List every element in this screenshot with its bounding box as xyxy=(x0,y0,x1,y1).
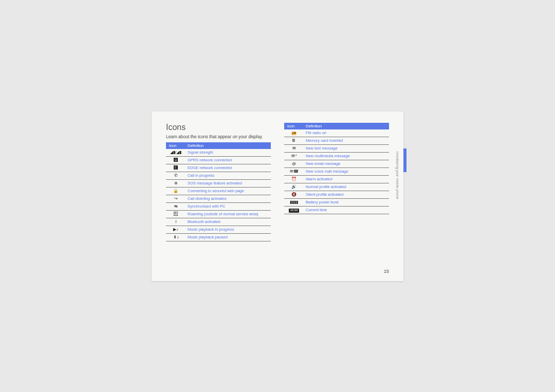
table-row: ᚼBluetooth activated xyxy=(166,218,271,226)
th-icon: Icon xyxy=(284,123,303,129)
table-row: ✉☎New voice mail message xyxy=(284,167,389,175)
icon-cell: 10:00 xyxy=(284,206,303,214)
section-subhead: Learn about the icons that appear on you… xyxy=(166,134,271,139)
definition-cell: Music playback in progress xyxy=(184,226,271,233)
definition-cell: Call diverting activated xyxy=(184,195,271,202)
icon-cell: ▶♪ xyxy=(166,226,184,233)
normal-prof-icon: 🔊 xyxy=(291,185,297,189)
definition-cell: New text message xyxy=(303,144,389,152)
definition-cell: Call in progress xyxy=(184,172,271,179)
definition-cell: Connecting to secured web page xyxy=(184,187,271,195)
sync-icon: ⇆ xyxy=(174,204,178,209)
signal-icon: ◢▮/◢▮ xyxy=(170,151,181,155)
th-definition: Definition xyxy=(303,123,389,129)
icon-cell: 🔇 xyxy=(284,191,303,198)
music-play-icon: ▶♪ xyxy=(173,228,178,232)
table-row: 🔒Connecting to secured web page xyxy=(166,187,271,195)
page-number: 15 xyxy=(384,269,389,274)
radio-icon: 📻 xyxy=(291,131,297,135)
side-label: introducing your mobile phone xyxy=(396,152,399,199)
icon-cell: ⏰ xyxy=(284,175,303,183)
icon-cell: 📻 xyxy=(284,129,303,137)
icon-cell: ⊕ xyxy=(166,179,184,187)
definition-cell: Bluetooth activated xyxy=(184,218,271,226)
bluetooth-icon: ᚼ xyxy=(175,220,177,224)
section-heading: Icons xyxy=(166,123,271,132)
right-column: Icon Definition 📻FM radio on🗎Memory card… xyxy=(284,123,389,272)
icon-cell: 🗎 xyxy=(284,137,303,144)
icon-cell: ◢▮/◢▮ xyxy=(166,149,184,157)
table-row: ⏸♪Music playback paused xyxy=(166,233,271,241)
table-row: ⏰Alarm activated xyxy=(284,175,389,183)
icon-cell: @ xyxy=(284,160,303,167)
left-icon-table: Icon Definition ◢▮/◢▮Signal strength🅶GPR… xyxy=(166,142,271,241)
icon-cell: 🅴 xyxy=(166,164,184,172)
sos-icon: ⊕ xyxy=(174,181,178,185)
gprs-icon: 🅶 xyxy=(174,158,178,162)
definition-cell: Silent profile activated xyxy=(303,191,389,198)
call-icon: ✆ xyxy=(174,174,178,178)
table-row: ✉New text message xyxy=(284,144,389,152)
table-row: ⊕SOS message feature activated xyxy=(166,179,271,187)
definition-cell: New voice mail message xyxy=(303,167,389,175)
icon-cell: ᚼ xyxy=(166,218,184,226)
battery-icon: ▮▮▮▮ xyxy=(290,200,298,204)
icon-cell: ↪ xyxy=(166,195,184,202)
definition-cell: Synchronised with PC xyxy=(184,202,271,210)
voicemail-icon: ✉☎ xyxy=(290,170,299,174)
time-icon: 10:00 xyxy=(289,209,299,213)
memory-icon: 🗎 xyxy=(292,139,296,143)
mms-icon: ✉⁺ xyxy=(291,154,297,158)
definition-cell: EDGE network connected xyxy=(184,164,271,172)
roaming-icon: 🅁 xyxy=(174,212,178,216)
table-row: ▶♪Music playback in progress xyxy=(166,226,271,233)
table-row: 📻FM radio on xyxy=(284,129,389,137)
manual-page: Icons Learn about the icons that appear … xyxy=(152,111,403,281)
definition-cell: SOS message feature activated xyxy=(184,179,271,187)
table-row: ▮▮▮▮Battery power level xyxy=(284,198,389,206)
definition-cell: New multimedia message xyxy=(303,152,389,160)
email-icon: @ xyxy=(292,162,296,166)
left-column: Icons Learn about the icons that appear … xyxy=(166,123,271,272)
th-icon: Icon xyxy=(166,142,184,149)
definition-cell: Battery power level xyxy=(303,198,389,206)
icon-cell: ✉⁺ xyxy=(284,152,303,160)
table-row: 🔊Normal profile activated xyxy=(284,183,389,191)
silent-prof-icon: 🔇 xyxy=(291,193,297,197)
definition-cell: Memory card inserted xyxy=(303,137,389,144)
music-pause-icon: ⏸♪ xyxy=(173,235,179,239)
definition-cell: Alarm activated xyxy=(303,175,389,183)
icon-cell: 🔒 xyxy=(166,187,184,195)
definition-cell: New email message xyxy=(303,160,389,167)
table-row: 10:00Current time xyxy=(284,206,389,214)
table-row: 🅶GPRS network connected xyxy=(166,156,271,164)
divert-icon: ↪ xyxy=(174,197,178,201)
secure-icon: 🔒 xyxy=(173,189,178,193)
icon-cell: 🅁 xyxy=(166,210,184,218)
definition-cell: Signal strength xyxy=(184,149,271,157)
definition-cell: GPRS network connected xyxy=(184,156,271,164)
definition-cell: FM radio on xyxy=(303,129,389,137)
table-row: 🅁Roaming (outside of normal service area… xyxy=(166,210,271,218)
th-definition: Definition xyxy=(184,142,271,149)
icon-cell: ✉☎ xyxy=(284,167,303,175)
definition-cell: Roaming (outside of normal service area) xyxy=(184,210,271,218)
table-row: ⇆Synchronised with PC xyxy=(166,202,271,210)
table-row: ◢▮/◢▮Signal strength xyxy=(166,149,271,157)
icon-cell: ✉ xyxy=(284,144,303,152)
definition-cell: Current time xyxy=(303,206,389,214)
icon-cell: ⏸♪ xyxy=(166,233,184,241)
table-row: 🗎Memory card inserted xyxy=(284,137,389,144)
table-row: ✆Call in progress xyxy=(166,172,271,179)
icon-cell: 🔊 xyxy=(284,183,303,191)
table-row: ✉⁺New multimedia message xyxy=(284,152,389,160)
table-row: 🔇Silent profile activated xyxy=(284,191,389,198)
alarm-icon: ⏰ xyxy=(291,177,297,181)
table-row: @New email message xyxy=(284,160,389,167)
icon-cell: ✆ xyxy=(166,172,184,179)
icon-cell: ⇆ xyxy=(166,202,184,210)
icon-cell: ▮▮▮▮ xyxy=(284,198,303,206)
thumb-tab xyxy=(403,148,406,172)
definition-cell: Normal profile activated xyxy=(303,183,389,191)
right-icon-table: Icon Definition 📻FM radio on🗎Memory card… xyxy=(284,123,389,215)
